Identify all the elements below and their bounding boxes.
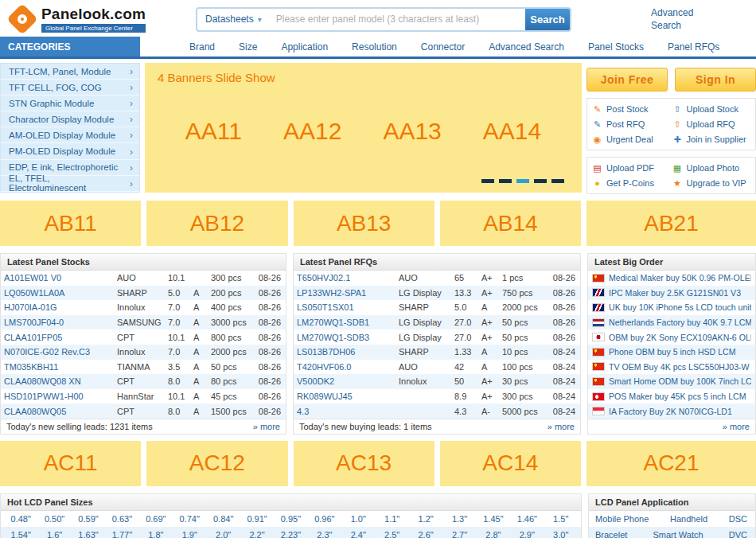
big-order-link[interactable]: TV OEM Buy 4K pcs LSC550HJ03-W bbox=[609, 362, 750, 372]
stock-model-link[interactable]: A101EW01 V0 bbox=[4, 273, 117, 283]
upload-rfq-link[interactable]: ⇧Upload RFQ bbox=[672, 119, 751, 129]
size-link-2-4[interactable]: 2.4" bbox=[341, 530, 375, 538]
post-stock-link[interactable]: ✎Post Stock bbox=[592, 104, 671, 114]
main-banner[interactable]: 4 Banners Slide Show AA11AA12AA13AA14 bbox=[145, 63, 582, 193]
size-link-1-3[interactable]: 1.3" bbox=[442, 514, 476, 524]
rfq-model-link[interactable]: LP133WH2-SPA1 bbox=[297, 288, 399, 298]
stock-model-link[interactable]: CLAA080WQ05 bbox=[4, 407, 117, 416]
size-link-0-84[interactable]: 0.84" bbox=[206, 514, 240, 524]
size-link-2-5[interactable]: 2.5" bbox=[375, 530, 408, 538]
size-link-2-0[interactable]: 2.0" bbox=[206, 530, 240, 538]
sidebar-item-tft-cell-fog-cog[interactable]: TFT CELL, FOG, COG› bbox=[1, 80, 139, 96]
size-link-0-48[interactable]: 0.48" bbox=[4, 514, 37, 524]
datasheets-dropdown[interactable]: Datasheets ▾ bbox=[197, 9, 270, 30]
big-order-link[interactable]: Phone OBM buy 5 inch HSD LCM bbox=[609, 347, 736, 357]
size-link-1-2[interactable]: 1.2" bbox=[409, 514, 442, 524]
stock-model-link[interactable]: HSD101PWW1-H00 bbox=[4, 392, 117, 401]
upload-stock-link[interactable]: ⇧Upload Stock bbox=[672, 104, 751, 114]
nav-item-size[interactable]: Size bbox=[239, 41, 257, 53]
rfq-model-link[interactable]: LM270WQ1-SDB3 bbox=[297, 333, 399, 342]
application-link-mobile-phone[interactable]: Mobile Phone bbox=[595, 514, 649, 524]
slider-dot-5[interactable] bbox=[551, 179, 564, 183]
stocks-more-link[interactable]: » more bbox=[253, 422, 280, 431]
size-link-0-50[interactable]: 0.50" bbox=[37, 514, 71, 524]
sidebar-item-charactor-display-module[interactable]: Charactor Display Module› bbox=[1, 111, 139, 127]
size-link-2-7[interactable]: 2.7" bbox=[442, 530, 476, 538]
upgrade-to-vip-link[interactable]: ★Upgrade to VIP bbox=[672, 178, 751, 188]
size-link-0-63[interactable]: 0.63" bbox=[105, 514, 138, 524]
nav-item-panel-rfqs[interactable]: Panel RFQs bbox=[668, 41, 719, 53]
application-link-dvc[interactable]: DVC bbox=[729, 530, 747, 538]
stock-model-link[interactable]: LQ050W1LA0A bbox=[4, 288, 117, 298]
size-link-0-91[interactable]: 0.91" bbox=[240, 514, 274, 524]
size-link-3-0[interactable]: 3.0" bbox=[544, 530, 578, 538]
application-link-dsc[interactable]: DSC bbox=[729, 514, 747, 524]
slider-dot-1[interactable] bbox=[481, 179, 494, 183]
orders-more-link[interactable]: » more bbox=[723, 422, 750, 431]
nav-item-advanced-search[interactable]: Advanced Search bbox=[489, 41, 564, 53]
rfq-model-link[interactable]: LS050T1SX01 bbox=[297, 302, 399, 312]
logo[interactable]: Panelook.com Global Panel Exchange Cente… bbox=[6, 6, 191, 33]
sidebar-item-am-oled-display-module[interactable]: AM-OLED Display Module› bbox=[1, 127, 139, 143]
size-link-0-59[interactable]: 0.59" bbox=[72, 514, 105, 524]
size-link-1-1[interactable]: 1.1" bbox=[375, 514, 408, 524]
slider-dot-4[interactable] bbox=[534, 179, 547, 183]
nav-item-application[interactable]: Application bbox=[281, 41, 328, 53]
size-link-0-95[interactable]: 0.95" bbox=[274, 514, 307, 524]
size-link-1-9[interactable]: 1.9" bbox=[173, 530, 206, 538]
rfq-model-link[interactable]: T650HVJ02.1 bbox=[297, 273, 399, 283]
stock-model-link[interactable]: CLAA080WQ08 XN bbox=[4, 376, 117, 386]
size-link-0-74[interactable]: 0.74" bbox=[173, 514, 206, 524]
size-link-2-9[interactable]: 2.9" bbox=[510, 530, 544, 538]
size-link-0-96[interactable]: 0.96" bbox=[308, 514, 341, 524]
size-link-2-8[interactable]: 2.8" bbox=[477, 530, 510, 538]
size-link-1-46[interactable]: 1.46" bbox=[510, 514, 544, 524]
application-link-bracelet[interactable]: Bracelet bbox=[595, 530, 627, 538]
rfq-model-link[interactable]: LM270WQ1-SDB1 bbox=[297, 318, 399, 327]
sidebar-item-el-tfel-electroluminescent[interactable]: EL, TFEL, Electroluminescent› bbox=[1, 176, 139, 192]
stock-model-link[interactable]: HJ070IA-01G bbox=[4, 302, 117, 312]
nav-item-connector[interactable]: Connector bbox=[421, 41, 465, 53]
join-free-button[interactable]: Join Free bbox=[586, 68, 668, 92]
ad-banner-ac12[interactable]: AC12 bbox=[146, 441, 287, 486]
sidebar-item-pm-oled-display-module[interactable]: PM-OLED Display Module› bbox=[1, 143, 139, 159]
ad-banner-ac21[interactable]: AC21 bbox=[586, 441, 756, 486]
ad-banner-ac14[interactable]: AC14 bbox=[440, 441, 581, 486]
big-order-link[interactable]: IPC Maker buy 2.5K G121SN01 V3 bbox=[609, 288, 741, 298]
nav-item-panel-stocks[interactable]: Panel Stocks bbox=[588, 41, 644, 53]
post-rfq-link[interactable]: ✎Post RFQ bbox=[592, 119, 671, 129]
rfq-model-link[interactable]: LS013B7DH06 bbox=[297, 347, 399, 357]
size-link-1-6[interactable]: 1.6" bbox=[37, 530, 71, 538]
ad-banner-ac13[interactable]: AC13 bbox=[294, 441, 435, 486]
stock-model-link[interactable]: TM035KBH11 bbox=[4, 362, 117, 372]
join-in-supplier-link[interactable]: ✚Join in Supplier bbox=[672, 134, 751, 144]
urgent-deal-link[interactable]: ◉Urgent Deal bbox=[592, 134, 671, 144]
ad-banner-ab21[interactable]: AB21 bbox=[586, 201, 756, 246]
rfqs-more-link[interactable]: » more bbox=[548, 422, 575, 431]
sidebar-item-tft-lcm-panel-module[interactable]: TFT-LCM, Panel, Module› bbox=[1, 64, 139, 80]
rfq-model-link[interactable]: V500DK2 bbox=[297, 376, 399, 386]
search-input[interactable] bbox=[270, 9, 525, 30]
size-link-1-0[interactable]: 1.0" bbox=[341, 514, 375, 524]
big-order-link[interactable]: Medical Maker buy 50K 0.96 PM-OLED bbox=[609, 273, 751, 283]
size-link-1-5[interactable]: 1.5" bbox=[544, 514, 578, 524]
size-link-2-3[interactable]: 2.3" bbox=[308, 530, 341, 538]
big-order-link[interactable]: Smart Home ODM buy 100K 7inch LCD bbox=[609, 376, 751, 386]
rfq-model-link[interactable]: T420HVF06.0 bbox=[297, 362, 399, 372]
sidebar-item-stn-graphic-module[interactable]: STN Graphic Module› bbox=[1, 96, 139, 111]
size-link-2-23[interactable]: 2.23" bbox=[274, 530, 307, 538]
slider-dot-2[interactable] bbox=[499, 179, 512, 183]
rfq-model-link[interactable]: 4.3 bbox=[297, 407, 399, 416]
ad-banner-ab13[interactable]: AB13 bbox=[294, 201, 435, 246]
size-link-0-69[interactable]: 0.69" bbox=[139, 514, 173, 524]
big-order-link[interactable]: IA Factory Buy 2K N070ICG-LD1 bbox=[609, 407, 732, 416]
big-order-link[interactable]: UK buy 10K iPhone 5s LCD touch unit bbox=[609, 302, 751, 312]
advanced-search-link[interactable]: Advanced Search bbox=[651, 6, 700, 32]
upload-pdf-link[interactable]: ▤Upload PDF bbox=[592, 163, 671, 173]
get-p-coins-link[interactable]: ●Get P-Coins bbox=[592, 178, 671, 188]
ad-banner-ab14[interactable]: AB14 bbox=[440, 201, 581, 246]
slider-dot-3[interactable] bbox=[516, 179, 529, 183]
ad-banner-ab11[interactable]: AB11 bbox=[0, 201, 141, 246]
stock-model-link[interactable]: LMS700JF04-0 bbox=[4, 318, 117, 327]
nav-item-brand[interactable]: Brand bbox=[189, 41, 215, 53]
